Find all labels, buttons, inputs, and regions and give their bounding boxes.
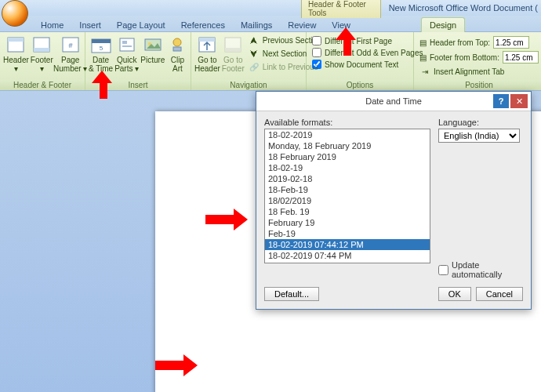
footer-from-bottom-label: Footer from Bottom: <box>430 53 499 62</box>
list-item[interactable]: February 19 <box>265 217 430 228</box>
svg-rect-9 <box>120 38 134 51</box>
available-formats-label: Available formats: <box>264 118 430 127</box>
header-from-top-icon: ▤ <box>419 38 427 47</box>
calendar-icon: 5 <box>90 35 112 54</box>
dialog-title: Date and Time <box>365 96 422 106</box>
show-doc-text-check[interactable]: Show Document Text <box>310 59 425 70</box>
arrow-annotation <box>95 71 112 99</box>
link-previous-button[interactable]: 🔗Link to Previous <box>246 60 324 73</box>
list-item[interactable]: 7:44 PM <box>265 261 430 263</box>
list-item[interactable]: 18-02-2019 07:44 PM <box>265 250 430 261</box>
list-item[interactable]: 18 Feb. 19 <box>265 206 430 217</box>
header-button[interactable]: Header ▾ <box>3 34 29 74</box>
language-select[interactable]: English (India) <box>438 129 520 143</box>
list-item[interactable]: 18/02/2019 <box>265 195 430 206</box>
tab-review[interactable]: Review <box>280 18 324 32</box>
link-icon: 🔗 <box>249 61 260 72</box>
list-item[interactable]: Feb-19 <box>265 228 430 239</box>
ok-button[interactable]: OK <box>438 287 471 301</box>
title-bar: Header & Footer Tools New Microsoft Offi… <box>0 0 541 16</box>
tab-mail[interactable]: Mailings <box>233 18 280 32</box>
page-number-button[interactable]: # Page Number ▾ <box>55 34 86 74</box>
tab-home[interactable]: Home <box>33 18 71 32</box>
header-from-top-input[interactable] <box>493 36 529 49</box>
diff-odd-even-check[interactable]: Different Odd & Even Pages <box>310 47 425 58</box>
header-from-top-label: Header from Top: <box>430 38 490 47</box>
svg-rect-7 <box>92 39 111 43</box>
default-button[interactable]: Default... <box>264 287 319 301</box>
date-time-dialog: Date and Time ? ✕ Available formats: 18-… <box>256 91 532 310</box>
clip-art-button[interactable]: Clip Art <box>166 34 188 74</box>
update-auto-check[interactable]: Update automatically <box>438 260 523 279</box>
footer-from-bottom-icon: ▤ <box>419 53 427 62</box>
office-orb[interactable] <box>2 0 28 27</box>
align-tab-icon: ⇥ <box>419 66 430 77</box>
quick-parts-button[interactable]: Quick Parts ▾ <box>114 34 139 74</box>
arrow-annotation <box>155 354 198 376</box>
svg-rect-1 <box>8 38 24 42</box>
picture-icon <box>142 35 164 54</box>
prev-section-icon: ⮝ <box>249 34 260 45</box>
picture-button[interactable]: Picture <box>140 34 165 66</box>
date-time-button[interactable]: 5 Date & Time <box>89 34 113 74</box>
svg-text:#: # <box>68 42 72 49</box>
footer-icon <box>31 35 53 54</box>
svg-rect-15 <box>173 47 181 51</box>
arrow-annotation <box>205 209 248 230</box>
document-title: New Microsoft Office Word Document ( <box>389 3 538 13</box>
formats-listbox[interactable]: 18-02-2019 Monday, 18 February 2019 18 F… <box>264 129 430 263</box>
svg-rect-10 <box>122 41 127 44</box>
list-item[interactable]: 18-Feb-19 <box>265 184 430 195</box>
language-label: Language: <box>438 118 523 127</box>
arrow-annotation <box>339 27 356 56</box>
list-item[interactable]: 2019-02-18 <box>265 173 430 184</box>
list-item[interactable]: 18-02-2019 07:44:12 PM <box>265 239 430 250</box>
header-icon <box>5 35 27 54</box>
tab-layout[interactable]: Page Layout <box>109 18 173 32</box>
svg-point-14 <box>173 38 181 46</box>
dialog-close-button[interactable]: ✕ <box>510 94 528 108</box>
tab-refs[interactable]: References <box>173 18 233 32</box>
svg-rect-17 <box>199 38 215 42</box>
list-item[interactable]: Monday, 18 February 2019 <box>265 140 430 151</box>
footer-button[interactable]: Footer ▾ <box>31 34 53 74</box>
svg-text:5: 5 <box>99 45 103 52</box>
svg-rect-11 <box>122 45 132 47</box>
goto-header-icon <box>196 35 218 54</box>
tab-insert[interactable]: Insert <box>71 18 109 32</box>
svg-rect-19 <box>225 48 241 52</box>
next-section-icon: ⮟ <box>249 48 260 59</box>
quick-parts-icon <box>116 35 138 54</box>
dialog-help-button[interactable]: ? <box>493 94 509 108</box>
diff-first-page-check[interactable]: Different First Page <box>310 35 425 46</box>
goto-header-button[interactable]: Go to Header <box>194 34 220 74</box>
dialog-title-bar: Date and Time ? ✕ <box>256 92 531 111</box>
list-item[interactable]: 18-02-19 <box>265 162 430 173</box>
list-item[interactable]: 18 February 2019 <box>265 151 430 162</box>
goto-footer-button[interactable]: Go to Footer <box>222 34 245 74</box>
list-item[interactable]: 18-02-2019 <box>265 129 430 140</box>
goto-footer-icon <box>222 35 244 54</box>
cancel-button[interactable]: Cancel <box>476 287 523 301</box>
clip-art-icon <box>166 35 188 54</box>
tab-design[interactable]: Design <box>421 17 465 32</box>
svg-rect-3 <box>34 48 49 52</box>
insert-align-tab-button[interactable]: ⇥Insert Alignment Tab <box>417 65 541 78</box>
page-number-icon: # <box>60 35 82 54</box>
footer-from-bottom-input[interactable] <box>503 51 539 64</box>
contextual-tab-title: Header & Footer Tools <box>301 0 381 18</box>
